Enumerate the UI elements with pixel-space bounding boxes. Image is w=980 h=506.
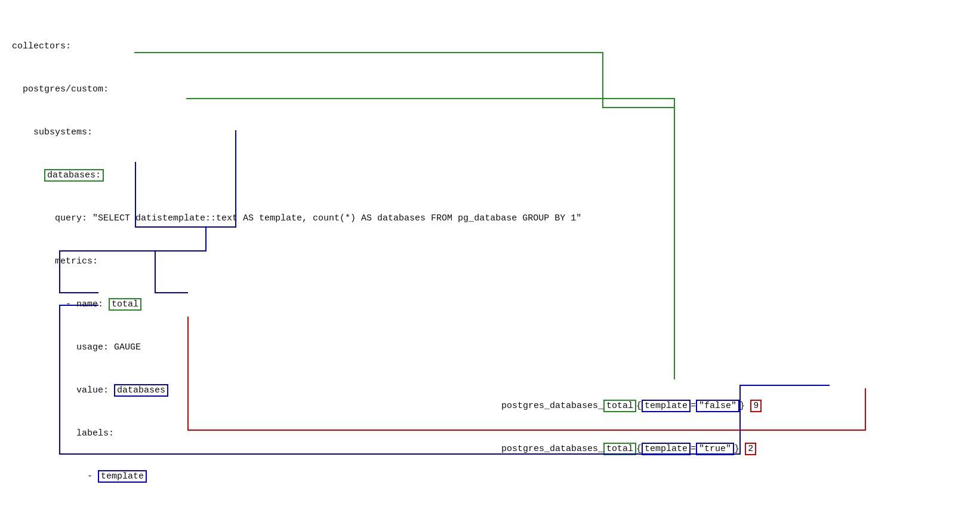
yaml-line-8: usage: GAUGE <box>12 341 968 355</box>
yaml-line-3: subsystems: <box>12 125 968 140</box>
template-highlight: template <box>98 470 147 483</box>
yaml-line-10: labels: <box>12 427 968 441</box>
yaml-line-6: metrics: <box>12 254 968 269</box>
databases-highlight: databases: <box>44 169 104 182</box>
yaml-line-11: - template <box>12 470 968 484</box>
yaml-line-5: query: "SELECT datistemplate::text AS te… <box>12 211 968 226</box>
yaml-line-2: postgres/custom: <box>12 82 968 97</box>
yaml-line-7: - name: total <box>12 298 968 312</box>
total-highlight: total <box>109 298 141 311</box>
yaml-line-9: value: databases <box>12 384 968 398</box>
yaml-line-1: collectors: <box>12 39 968 54</box>
yaml-line-4: databases: <box>12 168 968 183</box>
databases-value-highlight: databases <box>114 384 168 397</box>
yaml-section: collectors: postgres/custom: subsystems:… <box>12 11 968 506</box>
